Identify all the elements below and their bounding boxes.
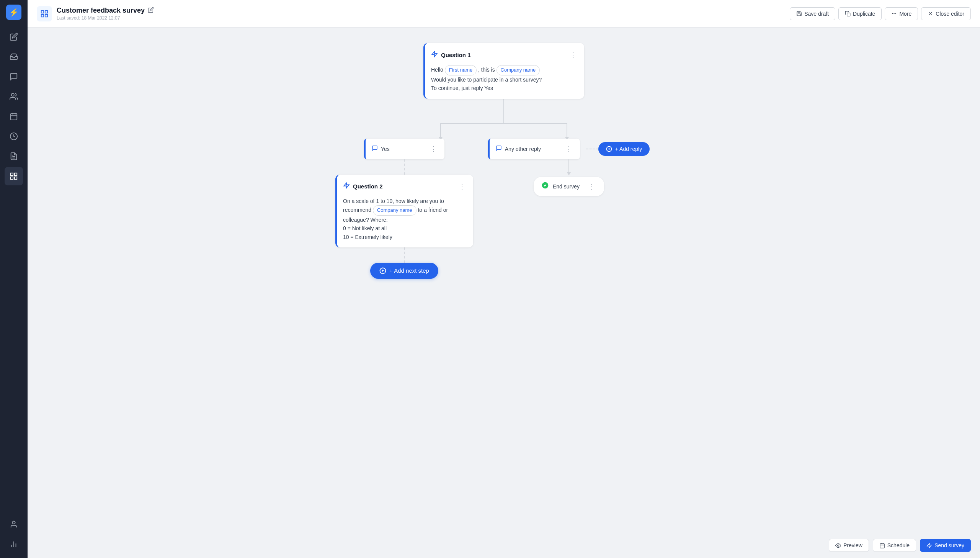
header-title: Customer feedback survey [57,7,154,15]
q2-header: Question 2 ⋮ [337,175,473,195]
checkmark-icon [541,182,549,189]
q2-step-icon [343,182,350,191]
sidebar-item-compose[interactable] [5,28,23,46]
svg-rect-19 [41,14,44,16]
q2-menu-button[interactable]: ⋮ [457,181,467,192]
svg-rect-20 [847,13,850,16]
logo-icon: ⚡ [9,8,19,17]
save-icon [796,11,802,16]
q2-body: On a scale of 1 to 10, how likely are yo… [337,195,473,248]
any-other-reply-menu[interactable]: ⋮ [564,143,574,155]
sidebar-item-tasks[interactable] [5,147,23,166]
sidebar-item-surveys[interactable] [5,167,23,185]
sidebar: ⚡ [0,0,28,558]
q1-header: Question 1 ⋮ [425,43,584,64]
save-draft-button[interactable]: Save draft [790,7,835,20]
any-other-reply-icon [496,145,502,153]
arrow-down-end [566,172,572,176]
add-reply-connector: + Add reply [586,142,650,156]
schedule-icon [879,543,885,548]
branch-svg [370,108,638,139]
svg-point-40 [838,545,839,546]
sidebar-item-chat[interactable] [5,67,23,86]
yes-reply-menu[interactable]: ⋮ [429,143,438,155]
add-next-icon [380,268,386,274]
question-1-card: Question 1 ⋮ Hello First name , this is … [424,43,584,99]
end-survey-icon [541,182,549,191]
close-editor-button[interactable]: Close editor [921,7,971,20]
bottom-bar: Preview Schedule Send survey [820,533,980,558]
edit-title-icon[interactable] [148,7,154,15]
svg-rect-17 [45,10,47,13]
svg-point-22 [896,13,896,14]
q2-title: Question 2 [343,182,383,191]
q1-title: Question 1 [431,51,471,59]
first-name-chip[interactable]: First name [445,65,477,75]
header-subtitle: Last saved: 18 Mar 2022 12:07 [57,15,154,21]
right-branch: Any other reply ⋮ + Add reply [489,139,649,196]
q1-body: Hello First name , this is Company name … [425,64,584,99]
svg-rect-11 [11,177,13,179]
branches-row: Yes ⋮ Question 2 [358,139,649,279]
svg-rect-16 [41,10,44,13]
main-area: Customer feedback survey Last saved: 18 … [28,0,980,558]
any-other-reply-row: Any other reply ⋮ + Add reply [488,139,650,159]
send-survey-button[interactable]: Send survey [920,539,971,552]
connector-q2-add [404,248,405,263]
close-icon [928,11,933,16]
svg-point-23 [892,13,893,14]
canvas: Question 1 ⋮ Hello First name , this is … [28,28,980,558]
header-survey-icon [37,6,52,21]
sidebar-item-profile[interactable] [5,515,23,533]
svg-point-0 [11,94,14,96]
end-survey-menu[interactable]: ⋮ [586,181,596,192]
sidebar-item-inbox[interactable] [5,48,23,66]
connector-yes-q2 [404,159,405,175]
svg-point-12 [12,521,15,524]
svg-rect-41 [880,543,884,548]
any-other-reply-card: Any other reply ⋮ [488,139,580,159]
company-name-chip-q2[interactable]: Company name [373,205,417,216]
preview-icon [835,543,841,548]
svg-rect-18 [45,14,47,16]
add-next-step-button[interactable]: + Add next step [370,263,438,279]
svg-rect-9 [15,173,17,176]
yes-reply-label: Yes [372,145,390,153]
branch-lines-container [370,108,638,139]
header: Customer feedback survey Last saved: 18 … [28,0,980,28]
sidebar-item-calendar[interactable] [5,107,23,126]
sidebar-logo[interactable]: ⚡ [6,5,21,20]
question-2-card: Question 2 ⋮ On a scale of 1 to 10, how … [335,175,473,248]
connector-q1-branch [503,99,504,108]
q1-menu-button[interactable]: ⋮ [568,49,578,61]
title-text: Customer feedback survey [57,7,145,15]
dashed-h-line [586,149,598,149]
duplicate-button[interactable]: Duplicate [838,7,882,20]
duplicate-icon [845,11,851,16]
sidebar-item-analytics[interactable] [5,535,23,553]
flow-container: Question 1 ⋮ Hello First name , this is … [43,43,965,279]
left-branch: Yes ⋮ Question 2 [358,139,450,279]
sidebar-item-reports[interactable] [5,127,23,146]
header-logo-area: Customer feedback survey Last saved: 18 … [37,6,154,21]
more-button[interactable]: More [885,7,918,20]
svg-rect-1 [11,114,17,120]
any-other-reply-label: Any other reply [496,145,541,153]
svg-rect-8 [11,173,13,176]
header-title-area: Customer feedback survey Last saved: 18 … [57,7,154,21]
company-name-chip-q1[interactable]: Company name [496,65,540,75]
more-icon [891,11,897,16]
q1-step-icon [431,51,438,59]
schedule-button[interactable]: Schedule [873,539,916,552]
yes-reply-card: Yes ⋮ [364,139,445,159]
yes-reply-icon [372,145,378,153]
sidebar-item-contacts[interactable] [5,87,23,106]
svg-marker-38 [567,172,571,176]
header-actions: Save draft Duplicate More Close editor [790,7,971,20]
preview-button[interactable]: Preview [829,539,869,552]
svg-point-21 [894,13,894,14]
add-reply-icon [606,146,612,152]
add-reply-button[interactable]: + Add reply [598,142,650,156]
send-icon [926,543,932,548]
end-survey-card: End survey ⋮ [533,177,604,196]
